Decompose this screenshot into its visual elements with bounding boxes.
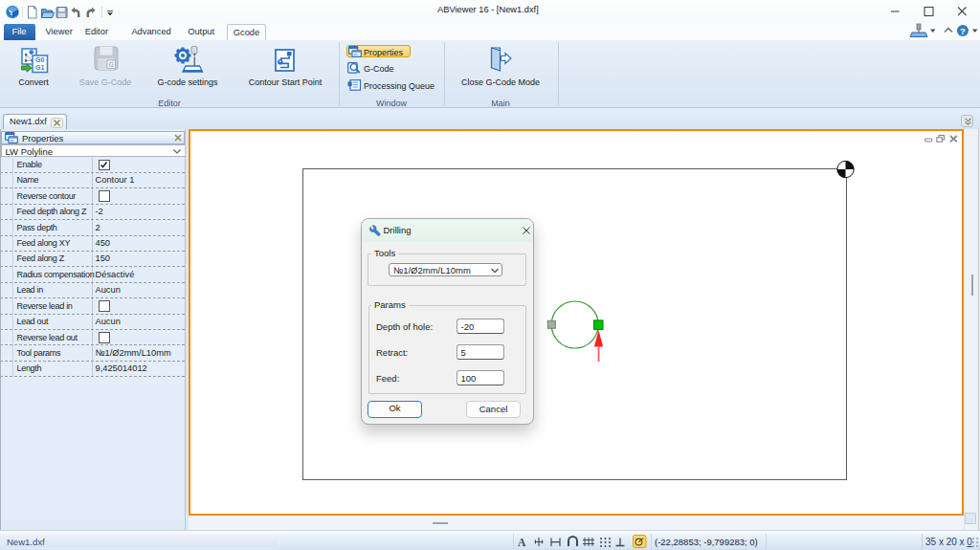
svg-text:G1: G1: [35, 63, 44, 70]
svg-text:?: ?: [960, 26, 966, 36]
svg-text:G: G: [109, 60, 114, 67]
svg-text:G0: G0: [35, 56, 44, 63]
svg-text:A: A: [518, 537, 526, 548]
